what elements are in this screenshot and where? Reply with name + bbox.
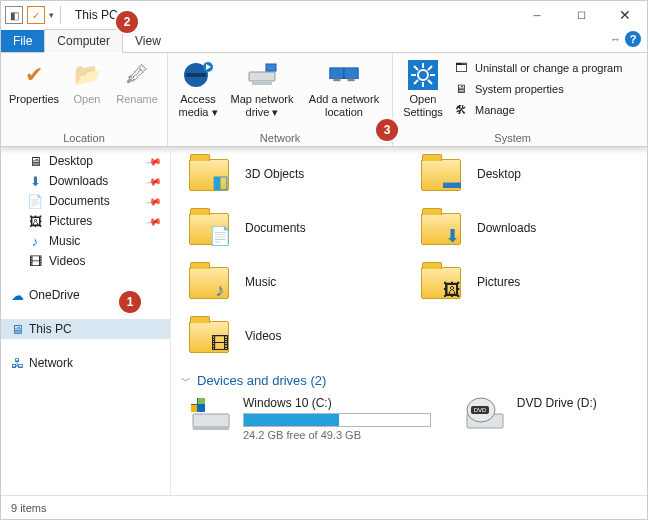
drive-c-usage-bar — [243, 413, 431, 427]
open-settings-label: Open Settings — [399, 93, 447, 118]
svg-rect-5 — [266, 64, 276, 71]
folders-section: ◧3D Objects 📄Documents ♪Music 🎞Videos ▬D… — [177, 151, 641, 367]
group-system: Open Settings 🗔 Uninstall or change a pr… — [393, 53, 632, 146]
folder-downloads[interactable]: ⬇Downloads — [409, 205, 641, 259]
desktop-icon: 🖥 — [27, 153, 43, 169]
music-icon: ♪ — [27, 233, 43, 249]
manage-icon: 🛠 — [453, 102, 469, 118]
drive-c[interactable]: Windows 10 (C:) 24.2 GB free of 49.3 GB — [189, 396, 431, 441]
properties-label: Properties — [9, 93, 59, 106]
add-network-location-button[interactable]: Add a network location — [302, 57, 386, 132]
nav-network[interactable]: 🖧Network — [1, 353, 170, 373]
titlebar: ◧ ✓ ▾ This PC ─ ☐ ✕ — [1, 1, 647, 29]
help-icon[interactable]: ? — [625, 31, 641, 47]
add-network-label: Add a network location — [302, 93, 386, 118]
group-network-label: Network — [174, 132, 386, 145]
group-system-label: System — [399, 132, 626, 145]
tab-view[interactable]: View — [123, 30, 173, 52]
folder-desktop[interactable]: ▬Desktop — [409, 151, 641, 205]
content-pane: ◧3D Objects 📄Documents ♪Music 🎞Videos ▬D… — [171, 147, 647, 495]
uninstall-icon: 🗔 — [453, 60, 469, 76]
annotation-marker-2: 2 — [116, 11, 138, 33]
videos-icon: 🎞 — [27, 253, 43, 269]
maximize-button[interactable]: ☐ — [559, 1, 603, 29]
svg-rect-20 — [193, 414, 229, 428]
nav-downloads[interactable]: ⬇Downloads📌 — [1, 171, 170, 191]
nav-desktop[interactable]: 🖥Desktop📌 — [1, 151, 170, 171]
system-properties-button[interactable]: 🖥 System properties — [449, 80, 626, 98]
open-icon: 📂 — [71, 59, 103, 91]
map-network-drive-button[interactable]: Map network drive ▾ — [224, 57, 300, 132]
folder-music[interactable]: ♪Music — [177, 259, 409, 313]
dvd-icon: DVD — [463, 396, 507, 436]
properties-icon: ✔ — [18, 59, 50, 91]
svg-rect-7 — [344, 68, 358, 79]
folder-documents[interactable]: 📄Documents — [177, 205, 409, 259]
nav-documents[interactable]: 📄Documents📌 — [1, 191, 170, 211]
this-pc-icon: 🖥 — [9, 321, 25, 337]
properties-qat-icon[interactable]: ✓ — [27, 6, 45, 24]
pictures-icon: 🖼 — [27, 213, 43, 229]
nav-music[interactable]: ♪Music — [1, 231, 170, 251]
svg-rect-24 — [198, 398, 205, 404]
nav-pictures[interactable]: 🖼Pictures📌 — [1, 211, 170, 231]
drive-c-label: Windows 10 (C:) — [243, 396, 431, 410]
annotation-marker-3: 3 — [376, 119, 398, 141]
quick-access-toolbar: ◧ ✓ ▾ — [5, 6, 54, 24]
folder-pictures[interactable]: 🖼Pictures — [409, 259, 641, 313]
pin-icon: 📌 — [146, 173, 162, 189]
svg-rect-8 — [333, 79, 340, 82]
status-bar: 9 items — [1, 495, 647, 519]
minimize-button[interactable]: ─ — [515, 1, 559, 29]
pin-icon: 📌 — [146, 153, 162, 169]
group-network: Access media ▾ Map network drive ▾ Add a… — [168, 53, 393, 146]
close-button[interactable]: ✕ — [603, 1, 647, 29]
properties-button[interactable]: ✔ Properties — [7, 57, 61, 132]
pin-icon: 📌 — [146, 213, 162, 229]
downloads-icon: ⬇ — [27, 173, 43, 189]
drive-d[interactable]: DVD DVD Drive (D:) — [463, 396, 637, 441]
access-media-label: Access media ▾ — [174, 93, 222, 118]
uninstall-program-button[interactable]: 🗔 Uninstall or change a program — [449, 59, 626, 77]
pin-icon: 📌 — [146, 193, 162, 209]
main-area: 🖥Desktop📌 ⬇Downloads📌 📄Documents📌 🖼Pictu… — [1, 147, 647, 495]
devices-header[interactable]: ﹀ Devices and drives (2) — [177, 371, 641, 390]
network-icon: 🖧 — [9, 355, 25, 371]
drive-c-icon — [189, 396, 233, 436]
documents-icon: 📄 — [27, 193, 43, 209]
svg-rect-4 — [252, 82, 272, 85]
tab-file[interactable]: File — [1, 30, 44, 52]
ribbon-toggle-icon[interactable]: ↔ — [610, 33, 621, 45]
group-location: ✔ Properties 📂 Open 🖉 Rename Location — [1, 53, 168, 146]
svg-rect-9 — [348, 79, 355, 82]
nav-videos[interactable]: 🎞Videos — [1, 251, 170, 271]
settings-icon — [407, 59, 439, 91]
open-button[interactable]: 📂 Open — [63, 57, 111, 132]
folder-3d-objects[interactable]: ◧3D Objects — [177, 151, 409, 205]
svg-rect-3 — [249, 72, 275, 81]
drive-d-label: DVD Drive (D:) — [517, 396, 637, 410]
tab-computer[interactable]: Computer — [44, 29, 123, 53]
add-network-icon — [328, 59, 360, 91]
access-media-button[interactable]: Access media ▾ — [174, 57, 222, 132]
media-icon — [182, 59, 214, 91]
window-title: This PC — [75, 8, 118, 22]
ribbon: ✔ Properties 📂 Open 🖉 Rename Location Ac… — [1, 53, 647, 147]
open-settings-button[interactable]: Open Settings — [399, 57, 447, 132]
svg-rect-23 — [191, 398, 197, 404]
uninstall-label: Uninstall or change a program — [475, 62, 622, 74]
svg-rect-21 — [193, 426, 229, 430]
group-location-label: Location — [7, 132, 161, 145]
folder-videos[interactable]: 🎞Videos — [177, 313, 409, 367]
manage-button[interactable]: 🛠 Manage — [449, 101, 626, 119]
ribbon-tabs: File Computer View ↔ ? — [1, 29, 647, 53]
onedrive-icon: ☁ — [9, 287, 25, 303]
system-properties-icon: 🖥 — [453, 81, 469, 97]
back-icon[interactable]: ◧ — [5, 6, 23, 24]
network-drive-icon — [246, 59, 278, 91]
manage-label: Manage — [475, 104, 515, 116]
qat-dropdown-icon[interactable]: ▾ — [49, 10, 54, 20]
rename-button[interactable]: 🖉 Rename — [113, 57, 161, 132]
nav-this-pc[interactable]: 🖥This PC — [1, 319, 170, 339]
nav-onedrive[interactable]: ☁OneDrive — [1, 285, 170, 305]
